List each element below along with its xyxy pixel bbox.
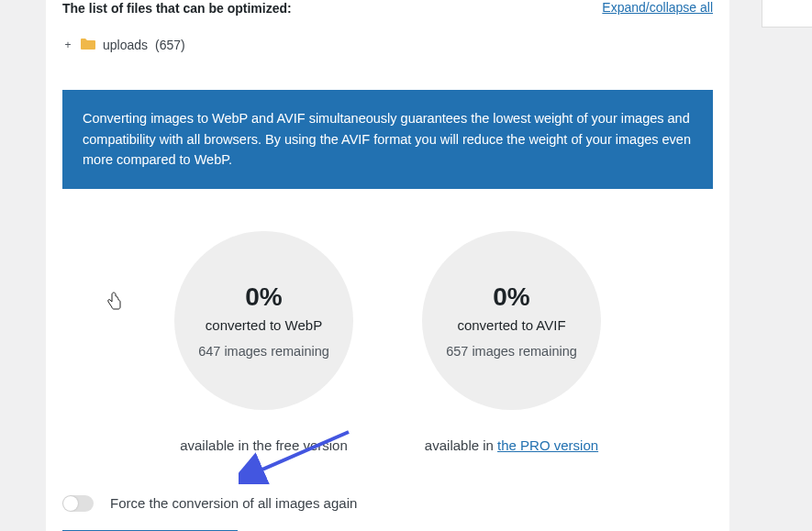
webp-remaining: 647 images remaining (198, 344, 329, 359)
file-tree-item-name: uploads (103, 38, 148, 52)
file-list-header: The list of files that can be optimized:… (46, 0, 729, 29)
webp-sub-label: converted to WebP (206, 317, 322, 333)
avif-availability-prefix: available in (425, 437, 497, 453)
file-tree-item-count: (657) (155, 38, 185, 52)
file-tree-item[interactable]: + uploads (657) (46, 29, 729, 70)
webp-percent: 0% (245, 282, 282, 312)
main-panel: The list of files that can be optimized:… (46, 0, 729, 531)
pro-version-link[interactable]: the PRO version (497, 437, 598, 453)
stats-row: 0% converted to WebP 647 images remainin… (46, 205, 729, 481)
avif-availability: available in the PRO version (425, 437, 598, 453)
avif-remaining: 657 images remaining (446, 344, 577, 359)
webp-progress-circle: 0% converted to WebP 647 images remainin… (174, 231, 353, 410)
sidebar-stub (762, 0, 812, 28)
avif-percent: 0% (493, 282, 529, 312)
avif-progress-circle: 0% converted to AVIF 657 images remainin… (422, 231, 601, 410)
plus-icon: + (62, 39, 73, 51)
info-banner: Converting images to WebP and AVIF simul… (62, 90, 713, 188)
force-conversion-label: Force the conversion of all images again (110, 495, 357, 511)
webp-availability: available in the free version (180, 437, 348, 453)
expand-collapse-link[interactable]: Expand/collapse all (602, 0, 713, 15)
force-toggle-row: Force the conversion of all images again (46, 481, 729, 530)
folder-icon (81, 37, 95, 53)
webp-stat-block: 0% converted to WebP 647 images remainin… (174, 231, 353, 453)
avif-stat-block: 0% converted to AVIF 657 images remainin… (422, 231, 601, 453)
avif-sub-label: converted to AVIF (457, 317, 565, 333)
force-conversion-toggle[interactable] (62, 495, 94, 512)
